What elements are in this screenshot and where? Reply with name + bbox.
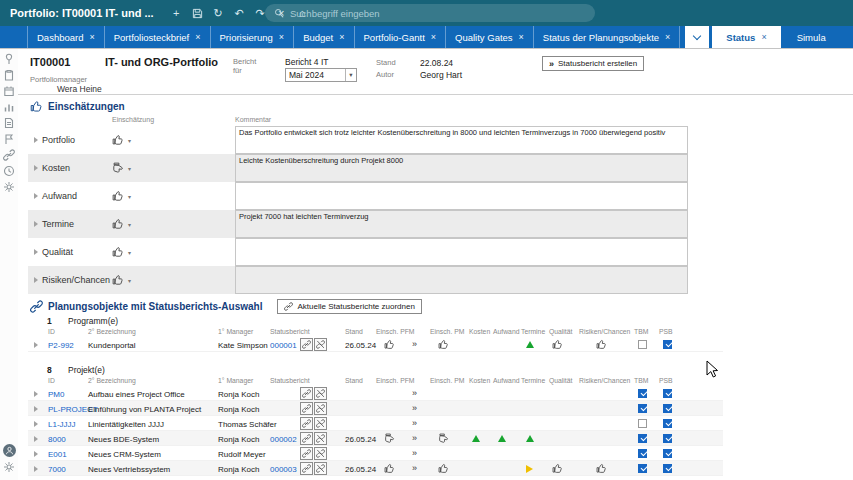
tab-close-icon[interactable]: × (431, 32, 436, 42)
thumb-icon[interactable] (112, 274, 124, 286)
tab-portfolio-gantt[interactable]: Portfolio-Gantt× (355, 26, 447, 48)
thumb-pfm-icon[interactable] (384, 433, 395, 444)
unlink-report-button[interactable] (314, 432, 327, 445)
expand-arrow-icon[interactable] (34, 466, 38, 472)
status-report-link[interactable]: 000002 (270, 435, 297, 444)
save-icon[interactable] (191, 8, 204, 19)
unlink-report-button[interactable] (314, 402, 327, 415)
tab-priorisierung[interactable]: Priorisierung× (211, 26, 295, 48)
expand-arrow-icon[interactable] (34, 391, 38, 397)
clipboard-icon[interactable] (3, 69, 15, 81)
picker-chevrons-icon[interactable]: » (412, 418, 417, 428)
thumb-icon[interactable] (112, 218, 124, 230)
expand-arrow-icon[interactable] (34, 342, 38, 348)
search-input[interactable]: Suchbegriff eingeben (265, 4, 595, 22)
tab-close-icon[interactable]: × (195, 32, 200, 42)
expand-arrow-icon[interactable] (34, 421, 38, 427)
dropdown-caret-icon[interactable]: ▾ (128, 165, 131, 172)
link-report-button[interactable] (300, 447, 313, 460)
planning-id-link[interactable]: PM0 (48, 390, 64, 399)
planning-id-link[interactable]: E001 (48, 450, 67, 459)
psb-checkbox[interactable] (663, 404, 672, 413)
link-report-button[interactable] (300, 432, 313, 445)
planning-id-link[interactable]: 7000 (48, 465, 66, 474)
link-report-button[interactable] (300, 338, 313, 351)
unlink-report-button[interactable] (314, 338, 327, 351)
gear-icon[interactable] (3, 181, 15, 193)
tab-overflow-button[interactable] (685, 26, 709, 48)
tab-close-icon[interactable]: × (89, 32, 94, 42)
tbm-checkbox[interactable] (638, 404, 647, 413)
picker-chevrons-icon[interactable]: » (412, 339, 417, 349)
expand-arrow-icon[interactable] (34, 137, 38, 143)
thumb-pfm-icon[interactable] (384, 339, 395, 350)
tbm-checkbox[interactable] (638, 340, 647, 349)
refresh-icon[interactable]: ↻ (212, 7, 225, 20)
clock-icon[interactable] (3, 165, 15, 177)
tab-close-icon[interactable]: × (761, 32, 766, 42)
picker-chevrons-icon[interactable]: » (412, 388, 417, 398)
report-period-select[interactable]: Mai 2024 ▾ (285, 68, 357, 82)
thumb-icon[interactable] (112, 190, 124, 202)
calendar-icon[interactable] (3, 85, 15, 97)
psb-checkbox[interactable] (663, 449, 672, 458)
link-report-button[interactable] (300, 387, 313, 400)
dropdown-caret-icon[interactable]: ▾ (128, 249, 131, 256)
status-report-link[interactable]: 000001 (270, 341, 297, 350)
tbm-checkbox[interactable] (638, 419, 647, 428)
tab-budget[interactable]: Budget× (294, 26, 354, 48)
planning-id-link[interactable]: P2-992 (48, 341, 74, 350)
tab-close-icon[interactable]: × (519, 32, 524, 42)
unlink-report-button[interactable] (314, 417, 327, 430)
dropdown-caret-icon[interactable]: ▾ (128, 137, 131, 144)
picker-chevrons-icon[interactable]: » (412, 448, 417, 458)
chevron-down-icon[interactable]: ▾ (345, 69, 356, 81)
tab-quality-gates[interactable]: Quality Gates× (446, 26, 534, 48)
pin-icon[interactable] (3, 53, 15, 65)
expand-arrow-icon[interactable] (34, 406, 38, 412)
psb-checkbox[interactable] (663, 434, 672, 443)
tab-close-icon[interactable]: × (339, 32, 344, 42)
psb-checkbox[interactable] (663, 464, 672, 473)
link-report-button[interactable] (300, 402, 313, 415)
picker-chevrons-icon[interactable]: » (412, 463, 417, 473)
dropdown-caret-icon[interactable]: ▾ (128, 193, 131, 200)
tbm-checkbox[interactable] (638, 464, 647, 473)
expand-arrow-icon[interactable] (34, 436, 38, 442)
unlink-report-button[interactable] (314, 462, 327, 475)
thumb-icon[interactable] (112, 162, 124, 174)
picker-chevrons-icon[interactable]: » (412, 433, 417, 443)
link-icon[interactable] (3, 149, 15, 161)
planning-id-link[interactable]: L1-JJJJ (48, 420, 76, 429)
chart-icon[interactable] (3, 101, 15, 113)
dropdown-caret-icon[interactable]: ▾ (128, 221, 131, 228)
tab-status[interactable]: Status× (712, 26, 780, 48)
tab-close-icon[interactable]: × (279, 32, 284, 42)
settings-icon[interactable] (3, 461, 15, 473)
tbm-checkbox[interactable] (638, 434, 647, 443)
thumb-icon[interactable] (112, 134, 124, 146)
expand-arrow-icon[interactable] (34, 193, 38, 199)
assessment-comment[interactable] (235, 238, 688, 266)
assessment-comment[interactable] (235, 266, 688, 294)
tab-close-icon[interactable]: × (665, 32, 670, 42)
create-status-report-button[interactable]: » Statusbericht erstellen (542, 56, 644, 71)
new-icon[interactable]: + (170, 7, 183, 20)
psb-checkbox[interactable] (663, 419, 672, 428)
expand-arrow-icon[interactable] (34, 249, 38, 255)
assessment-comment[interactable]: Das Portfolio entwickelt sich trotz leic… (235, 126, 688, 154)
assessment-comment[interactable]: Leichte Kostenüberschreitung durch Proje… (235, 154, 688, 182)
thumb-icon[interactable] (112, 246, 124, 258)
unlink-report-button[interactable] (314, 387, 327, 400)
link-report-button[interactable] (300, 462, 313, 475)
tbm-checkbox[interactable] (638, 389, 647, 398)
assign-current-reports-button[interactable]: Aktuelle Statusberichte zuordnen (277, 299, 421, 314)
tab-status-der-planungsobjekte[interactable]: Status der Planungsobjekte× (534, 26, 680, 48)
tab-portfoliosteckbrief[interactable]: Portfoliosteckbrief× (105, 26, 211, 48)
picker-chevrons-icon[interactable]: » (412, 403, 417, 413)
assessment-comment[interactable]: Projekt 7000 hat leichten Terminverzug (235, 210, 688, 238)
planning-id-link[interactable]: 8000 (48, 435, 66, 444)
link-report-button[interactable] (300, 417, 313, 430)
document-icon[interactable] (3, 117, 15, 129)
expand-arrow-icon[interactable] (34, 451, 38, 457)
